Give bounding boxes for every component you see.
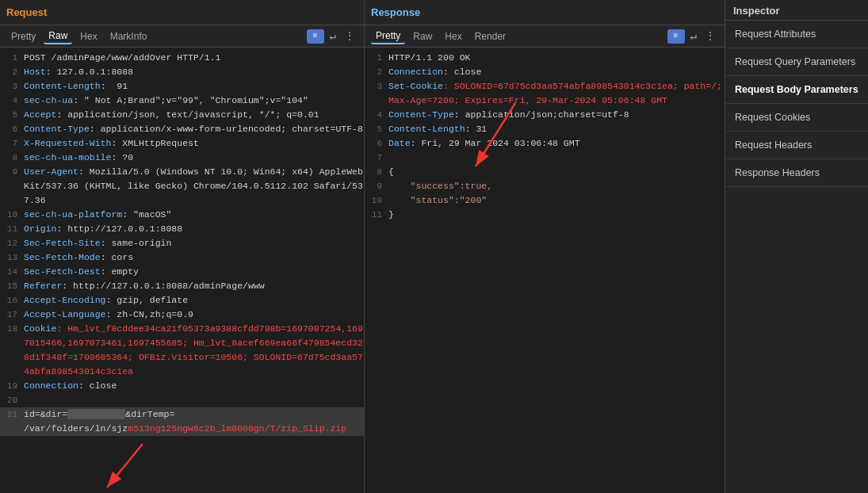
inspector-title: Inspector — [725, 0, 868, 21]
table-row: 20 — [0, 393, 364, 407]
table-row: 2Host: 127.0.0.1:8088 — [0, 65, 364, 79]
table-row: 11Origin: http://127.0.0.1:8088 — [0, 222, 364, 236]
table-row: 9 "success":true, — [365, 179, 725, 193]
request-title: Request — [6, 6, 47, 18]
inspector-item[interactable]: Request Headers — [725, 132, 868, 159]
table-row: 5Accept: application/json, text/javascri… — [0, 108, 364, 122]
tab-raw-request[interactable]: Raw — [44, 29, 72, 44]
response-tab-bar: Pretty Raw Hex Render ≡ ↵ ⋮ — [365, 25, 725, 48]
table-row: 14Sec-Fetch-Dest: empty — [0, 265, 364, 279]
table-row: 7X-Requested-With: XMLHttpRequest — [0, 136, 364, 151]
inspector-items-container: Request AttributesRequest Query Paramete… — [725, 21, 868, 187]
table-row: 17Accept-Language: zh-CN,zh;q=0.9 — [0, 308, 364, 322]
table-row: 10 "status":"200" — [365, 193, 725, 208]
tab-pretty-response[interactable]: Pretty — [371, 29, 405, 44]
table-row: 4Content-Type: application/json;charset=… — [365, 108, 725, 122]
table-row: 10sec-ch-ua-platform: "macOS" — [0, 208, 364, 222]
table-row: 18Cookie: Hm_lvt_f8cddee34ca21f05373a938… — [0, 322, 364, 379]
table-row: 19Connection: close — [0, 379, 364, 393]
menu-icon-response[interactable]: ⋮ — [702, 29, 718, 43]
table-row: 16Accept-Encoding: gzip, deflate — [0, 293, 364, 308]
response-content: 1HTTP/1.1 200 OK2Connection: close3Set-C… — [365, 48, 725, 493]
table-row: 13Sec-Fetch-Mode: cors — [0, 250, 364, 265]
tab-markinfo-request[interactable]: MarkInfo — [105, 29, 152, 44]
tab-pretty-request[interactable]: Pretty — [6, 29, 40, 44]
table-row: 21id=&dir= &dirTemp= /var/folders/ln/sjz… — [0, 407, 364, 436]
request-content: 1POST /adminPage/www/addOver HTTP/1.12Ho… — [0, 48, 364, 493]
table-row: 15Referer: http://127.0.0.1:8088/adminPa… — [0, 279, 364, 293]
table-row: 12Sec-Fetch-Site: same-origin — [0, 236, 364, 250]
table-row: 6Date: Fri, 29 Mar 2024 03:06:48 GMT — [365, 136, 725, 151]
table-row: 3Content-Length: 91 — [0, 79, 364, 94]
table-row: 1POST /adminPage/www/addOver HTTP/1.1 — [0, 51, 364, 65]
table-row: 5Content-Length: 31 — [365, 122, 725, 136]
table-row: 6Content-Type: application/x-www-form-ur… — [0, 122, 364, 136]
grid-icon-response[interactable]: ≡ — [667, 29, 685, 44]
table-row: 2Connection: close — [365, 65, 725, 79]
inspector-item[interactable]: Request Attributes — [725, 21, 868, 48]
grid-icon-request[interactable]: ≡ — [307, 29, 324, 44]
menu-icon-request[interactable]: ⋮ — [342, 29, 358, 43]
table-row: 3Set-Cookie: SOLONID=67d75cd3aa574abfa89… — [365, 79, 725, 108]
response-title: Response — [371, 6, 420, 18]
wrap-icon-response[interactable]: ↵ — [688, 29, 699, 43]
table-row: 9User-Agent: Mozilla/5.0 (Windows NT 10.… — [0, 165, 364, 208]
inspector-item[interactable]: Response Headers — [725, 159, 868, 187]
table-row: 8{ — [365, 165, 725, 179]
table-row: 1HTTP/1.1 200 OK — [365, 51, 725, 65]
tab-raw-response[interactable]: Raw — [408, 29, 437, 44]
tab-hex-response[interactable]: Hex — [440, 29, 466, 44]
svg-line-1 — [107, 444, 143, 487]
wrap-icon-request[interactable]: ↵ — [327, 29, 338, 43]
table-row: 8sec-ch-ua-mobile: ?0 — [0, 151, 364, 165]
inspector-item[interactable]: Request Query Parameters — [725, 48, 868, 76]
inspector-item[interactable]: Request Body Parameters — [725, 76, 868, 104]
tab-hex-request[interactable]: Hex — [75, 29, 101, 44]
table-row: 7 — [365, 151, 725, 165]
inspector-item[interactable]: Request Cookies — [725, 104, 868, 132]
table-row: 11} — [365, 208, 725, 222]
red-arrow-request — [95, 436, 159, 493]
tab-render-response[interactable]: Render — [470, 29, 510, 44]
table-row: 4sec-ch-ua: " Not A;Brand";v="99", "Chro… — [0, 94, 364, 108]
request-tab-bar: Pretty Raw Hex MarkInfo ≡ ↵ ⋮ — [0, 25, 364, 48]
